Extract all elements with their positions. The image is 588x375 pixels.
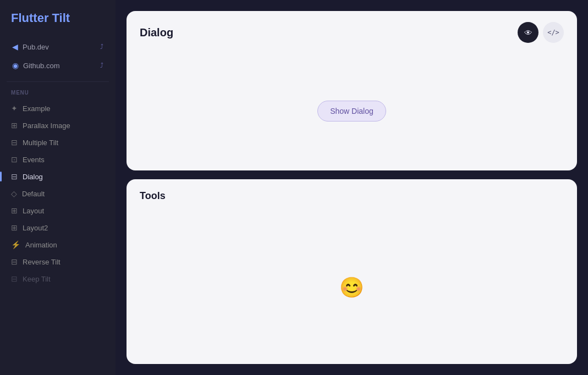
app-logo: Flutter Tilt: [0, 11, 116, 38]
github-external-icon: ⤴: [100, 62, 103, 69]
reverse-tilt-icon: ⊟: [11, 257, 18, 266]
layout-icon: ⊞: [11, 206, 18, 215]
smiley-icon: 😊: [339, 276, 364, 299]
pubdev-icon: ◀: [12, 42, 18, 51]
code-button[interactable]: </>: [543, 22, 564, 43]
animation-label: Animation: [25, 241, 57, 249]
sidebar-item-reverse-tilt[interactable]: ⊟ Reverse Tilt: [4, 253, 111, 270]
tools-card-header: Tools: [127, 179, 577, 211]
sidebar-item-dialog[interactable]: ⊟ Dialog: [4, 168, 111, 185]
eye-icon: 👁: [524, 28, 532, 37]
sidebar-item-layout[interactable]: ⊞ Layout: [4, 202, 111, 219]
pubdev-external-icon: ⤴: [100, 43, 103, 51]
parallax-label: Parallax Image: [23, 122, 70, 130]
menu-section-label: MENU: [0, 90, 116, 100]
tools-card-title: Tools: [140, 190, 166, 201]
reverse-tilt-label: Reverse Tilt: [23, 258, 61, 266]
demo-card-header: Dialog 👁 </>: [127, 11, 577, 52]
example-icon: ✦: [11, 104, 18, 113]
layout2-icon: ⊞: [11, 223, 18, 232]
sidebar-link-github[interactable]: ◉ Github.com ⤴: [7, 57, 109, 74]
sidebar-item-example[interactable]: ✦ Example: [4, 100, 111, 117]
parallax-icon: ⊞: [11, 121, 18, 130]
sidebar-divider: [7, 81, 109, 82]
main-content: Dialog 👁 </> Show Dialog Tools 😊: [116, 0, 588, 375]
example-label: Example: [23, 104, 51, 113]
sidebar: Flutter Tilt ◀ Pub.dev ⤴ ◉ Github.com ⤴ …: [0, 0, 116, 375]
sidebar-external-links: ◀ Pub.dev ⤴ ◉ Github.com ⤴: [0, 38, 116, 74]
keep-tilt-icon: ⊟: [11, 274, 18, 283]
github-icon: ◉: [12, 61, 19, 70]
events-label: Events: [23, 156, 45, 164]
layout2-label: Layout2: [23, 224, 48, 232]
code-icon: </>: [547, 29, 559, 36]
sidebar-item-keep-tilt[interactable]: ⊟ Keep Tilt: [4, 271, 111, 287]
layout-label: Layout: [23, 207, 44, 215]
logo-text-plain: Flutter: [11, 11, 52, 25]
demo-card-title: Dialog: [140, 26, 173, 39]
default-label: Default: [22, 190, 45, 198]
multiple-tilt-icon: ⊟: [11, 138, 18, 147]
animation-icon: ⚡: [11, 240, 20, 249]
demo-area: Show Dialog: [127, 52, 577, 170]
keep-tilt-label: Keep Tilt: [23, 275, 51, 283]
sidebar-item-default[interactable]: ◇ Default: [4, 185, 111, 202]
preview-button[interactable]: 👁: [518, 22, 538, 43]
dialog-label: Dialog: [23, 173, 43, 181]
sidebar-item-layout2[interactable]: ⊞ Layout2: [4, 219, 111, 236]
tools-card: Tools 😊: [127, 179, 577, 364]
demo-card-actions: 👁 </>: [518, 22, 564, 43]
dialog-icon: ⊟: [11, 172, 18, 181]
logo-text-accent: Tilt: [52, 11, 70, 25]
menu-items-list: ✦ Example ⊞ Parallax Image ⊟ Multiple Ti…: [0, 100, 116, 287]
sidebar-item-events[interactable]: ⊡ Events: [4, 151, 111, 168]
sidebar-item-multiple-tilt[interactable]: ⊟ Multiple Tilt: [4, 134, 111, 151]
sidebar-link-pubdev[interactable]: ◀ Pub.dev ⤴: [7, 38, 109, 55]
tools-content-area: 😊: [127, 211, 577, 364]
demo-card: Dialog 👁 </> Show Dialog: [127, 11, 577, 170]
sidebar-item-animation[interactable]: ⚡ Animation: [4, 236, 111, 253]
multiple-tilt-label: Multiple Tilt: [23, 139, 58, 147]
pubdev-label: Pub.dev: [23, 43, 49, 51]
sidebar-item-parallax-image[interactable]: ⊞ Parallax Image: [4, 117, 111, 134]
events-icon: ⊡: [11, 155, 18, 164]
default-icon: ◇: [11, 189, 17, 198]
github-label: Github.com: [23, 62, 59, 70]
show-dialog-button[interactable]: Show Dialog: [317, 101, 386, 122]
